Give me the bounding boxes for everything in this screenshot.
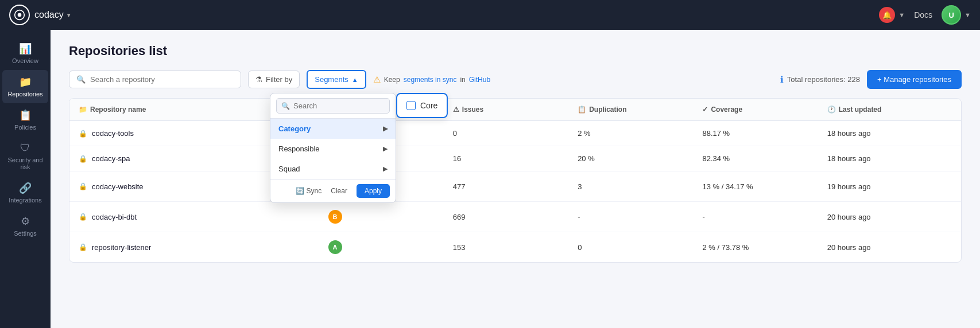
svg-point-1 (18, 13, 22, 17)
duplication-header-icon: 📋 (578, 106, 586, 114)
issues-cell: 153 (453, 243, 578, 252)
core-popover: Core (396, 93, 448, 118)
sidebar-item-label: Policies (14, 124, 36, 131)
warning-icon: ⚠ (373, 75, 381, 85)
duplication-cell: 3 (578, 182, 702, 191)
filter-label: Filter by (266, 75, 292, 84)
table-row[interactable]: 🔒 codacy-tools 0 2 % 88.17 % 18 hours ag… (69, 121, 961, 146)
dropdown-item-category[interactable]: Category ▶ (270, 119, 396, 139)
search-icon: 🔍 (76, 75, 86, 84)
issues-cell: 669 (453, 213, 578, 221)
dropdown-item-squad[interactable]: Squad ▶ (270, 159, 396, 179)
dropdown-search-inner: 🔍 (276, 98, 390, 114)
issues-cell: 477 (453, 182, 578, 191)
filter-icon: ⚗ (255, 75, 262, 84)
dropdown-search-area: 🔍 (270, 93, 396, 119)
duplication-cell: 0 (578, 243, 702, 252)
repo-name-cell: 🔒 codacy-bi-dbt (79, 213, 328, 221)
dropdown-item-responsible[interactable]: Responsible ▶ (270, 139, 396, 159)
app-logo (9, 5, 30, 25)
table-row[interactable]: 🔒 codacy-website A 477 3 13 % / 34.17 % … (69, 171, 961, 202)
table-row[interactable]: 🔒 repository-listener A 153 0 2 % / 73.7… (69, 232, 961, 262)
clock-header-icon: 🕐 (827, 106, 836, 114)
sidebar-item-integrations[interactable]: 🔗 Integrations (2, 176, 48, 209)
squad-label: Squad (278, 165, 300, 173)
duplication-cell: 20 % (578, 154, 702, 163)
warning-text: Keep (384, 76, 400, 84)
sidebar-item-repositories[interactable]: 📁 Repositories (2, 70, 48, 103)
security-icon: 🛡 (20, 142, 30, 154)
coverage-cell: 13 % / 34.17 % (702, 182, 827, 191)
dropdown-search-input[interactable] (293, 101, 385, 110)
toolbar: 🔍 ⚗ Filter by Segments ▲ ⚠ Keep segments… (69, 70, 962, 89)
category-label: Category (278, 124, 311, 133)
grade-badge: A (328, 240, 342, 254)
sidebar-item-policies[interactable]: 📋 Policies (2, 103, 48, 136)
notifications-chevron: ▼ (898, 11, 905, 18)
segments-button[interactable]: Segments ▲ (307, 70, 366, 89)
repo-name-label: codacy-bi-dbt (92, 213, 137, 221)
issues-cell: 16 (453, 154, 578, 163)
sidebar-item-label: Integrations (9, 197, 41, 204)
coverage-header-icon: ✓ (702, 106, 708, 114)
sidebar-item-security[interactable]: 🛡 Security and risk (2, 136, 48, 176)
last-updated-cell: 20 hours ago (827, 243, 952, 252)
header-issues: ⚠ Issues (453, 106, 578, 114)
segments-sync-link[interactable]: segments in sync (404, 76, 457, 84)
repo-name-label: codacy-spa (92, 154, 130, 163)
avatar-chevron: ▼ (964, 11, 971, 18)
header-last-updated: 🕐 Last updated (827, 106, 952, 114)
clear-button[interactable]: Clear (326, 185, 352, 197)
coverage-cell: 88.17 % (702, 129, 827, 138)
page-title: Repositories list (69, 44, 962, 58)
table-row[interactable]: 🔒 codacy-spa 16 20 % 82.34 % 18 hours ag… (69, 146, 961, 171)
sidebar-item-overview[interactable]: 📊 Overview (2, 37, 48, 70)
segments-label: Segments (315, 75, 348, 84)
search-input[interactable] (90, 75, 234, 84)
dropdown-search-icon: 🔍 (281, 102, 290, 110)
integrations-icon: 🔗 (19, 182, 32, 194)
coverage-cell: - (702, 213, 827, 221)
sidebar-item-label: Security and risk (7, 157, 44, 170)
docs-link[interactable]: Docs (914, 10, 932, 19)
settings-icon: ⚙ (21, 215, 30, 228)
sync-button[interactable]: 🔄 Sync (296, 187, 322, 195)
top-navigation: codacy ▼ 🔔 ▼ Docs U ▼ (0, 0, 980, 30)
filter-by-button[interactable]: ⚗ Filter by (248, 71, 300, 88)
responsible-label: Responsible (278, 145, 320, 153)
category-chevron-icon: ▶ (383, 125, 388, 132)
table-row[interactable]: 🔒 codacy-bi-dbt B 669 - - 20 hours ago (69, 202, 961, 232)
issues-header-icon: ⚠ (453, 106, 459, 114)
grade-badge: B (328, 210, 342, 224)
main-content: Repositories list 🔍 ⚗ Filter by Segments… (51, 30, 980, 328)
search-box: 🔍 (69, 71, 241, 88)
lock-icon: 🔒 (79, 130, 87, 138)
repo-name-label: codacy-tools (92, 129, 134, 138)
manage-repositories-button[interactable]: + Manage repositories (867, 70, 962, 89)
notifications-button[interactable]: 🔔 (879, 7, 895, 23)
repo-name-label: codacy-website (92, 182, 144, 191)
coverage-cell: 2 % / 73.78 % (702, 243, 827, 252)
grade-cell: B (328, 210, 453, 224)
header-coverage-label: Coverage (711, 106, 742, 114)
sidebar-item-settings[interactable]: ⚙ Settings (2, 209, 48, 243)
lock-icon: 🔒 (79, 182, 87, 190)
user-avatar[interactable]: U (942, 5, 961, 25)
table-header: 📁 Repository name ⚠ Issues 📋 Duplication… (69, 99, 961, 121)
repo-name-cell: 🔒 repository-listener (79, 243, 328, 252)
core-checkbox[interactable] (406, 101, 416, 110)
last-updated-cell: 20 hours ago (827, 213, 952, 221)
header-issues-label: Issues (462, 106, 483, 114)
sync-warning: ⚠ Keep segments in sync in GitHub (373, 75, 490, 85)
folder-icon: 📁 (79, 106, 87, 114)
header-repo-name-label: Repository name (90, 106, 146, 114)
coverage-cell: 82.34 % (702, 154, 827, 163)
apply-button[interactable]: Apply (357, 184, 390, 198)
sync-icon: 🔄 (296, 187, 304, 195)
brand-name[interactable]: codacy ▼ (34, 10, 72, 20)
squad-chevron-icon: ▶ (383, 165, 388, 173)
github-link[interactable]: GitHub (469, 76, 490, 84)
header-last-updated-label: Last updated (839, 106, 882, 114)
total-repos-label: Total repositories: 228 (787, 75, 860, 84)
grade-cell: A (328, 240, 453, 254)
